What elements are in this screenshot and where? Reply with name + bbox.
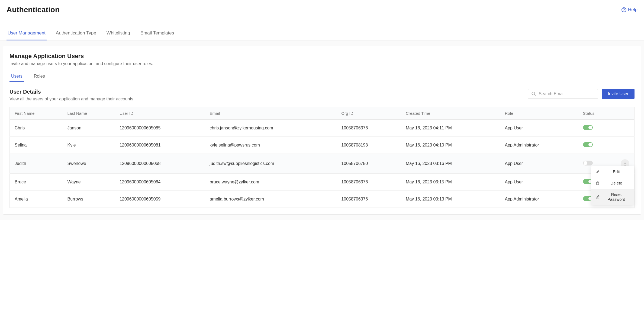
section-title: Manage Application Users bbox=[9, 53, 635, 60]
menu-item-delete[interactable]: Delete bbox=[591, 177, 634, 189]
cell-first-name: Chris bbox=[10, 120, 63, 137]
column-header-role: Role bbox=[500, 107, 578, 120]
cell-last-name: Burrows bbox=[62, 191, 115, 208]
help-icon: ? bbox=[622, 7, 626, 12]
cell-last-name: Wayne bbox=[62, 174, 115, 191]
cell-email: judith.sw@suppliesnlogistics.com bbox=[205, 154, 337, 174]
search-wrapper[interactable] bbox=[528, 89, 598, 99]
svg-point-0 bbox=[532, 92, 535, 95]
cell-last-name: Kyle bbox=[62, 137, 115, 154]
table-row: ChrisJanson12096000000605085chris.janson… bbox=[10, 120, 635, 137]
page-header: Authentication ? Help bbox=[0, 0, 644, 18]
details-section: User Details View all the users of your … bbox=[3, 82, 641, 101]
main-tab-user-management[interactable]: User Management bbox=[7, 27, 47, 40]
trash-icon bbox=[595, 181, 600, 185]
invite-user-button[interactable]: Invite User bbox=[602, 89, 635, 99]
sub-tab-roles[interactable]: Roles bbox=[32, 71, 47, 82]
row-actions-menu: EditDeleteReset Password bbox=[591, 166, 634, 205]
menu-item-reset-password[interactable]: Reset Password bbox=[591, 189, 634, 205]
menu-item-edit[interactable]: Edit bbox=[591, 166, 634, 177]
status-toggle[interactable] bbox=[583, 161, 593, 165]
users-table: First NameLast NameUser IDEmailOrg IDCre… bbox=[9, 107, 635, 208]
cell-role: App User bbox=[500, 174, 578, 191]
cell-first-name: Amelia bbox=[10, 191, 63, 208]
main-tab-email-templates[interactable]: Email Templates bbox=[139, 27, 175, 40]
column-header-email: Email bbox=[205, 107, 337, 120]
main-tab-whitelisting[interactable]: Whitelisting bbox=[105, 27, 131, 40]
section-subtitle: Invite and manage users to your applicat… bbox=[9, 61, 635, 66]
cell-role: App Administrator bbox=[500, 137, 578, 154]
help-link[interactable]: ? Help bbox=[622, 7, 637, 12]
table-row: BruceWayne12096000000605064bruce.wayne@z… bbox=[10, 174, 635, 191]
table-row: SelinaKyle12096000000605081kyle.selina@p… bbox=[10, 137, 635, 154]
menu-item-label: Delete bbox=[603, 181, 630, 186]
column-header-created-time: Created Time bbox=[401, 107, 500, 120]
cell-created-time: May 16, 2023 04:11 PM bbox=[401, 120, 500, 137]
cell-user-id: 12096000000605059 bbox=[115, 191, 205, 208]
cell-status bbox=[578, 137, 616, 154]
table-row: AmeliaBurrows12096000000605059amelia.bur… bbox=[10, 191, 635, 208]
column-header-status: Status bbox=[578, 107, 616, 120]
card: Manage Application Users Invite and mana… bbox=[3, 46, 641, 215]
svg-line-1 bbox=[534, 94, 536, 96]
cell-org-id: 10058706376 bbox=[336, 191, 401, 208]
cell-last-name: Janson bbox=[62, 120, 115, 137]
column-header-last-name: Last Name bbox=[62, 107, 115, 120]
details-subtitle: View all the users of your application a… bbox=[9, 97, 528, 101]
cell-user-id: 12096000000605068 bbox=[115, 154, 205, 174]
page-title: Authentication bbox=[7, 5, 60, 14]
cell-org-id: 10058706376 bbox=[336, 120, 401, 137]
cell-created-time: May 16, 2023 03:13 PM bbox=[401, 191, 500, 208]
cell-actions: EditDeleteReset Password bbox=[616, 154, 635, 174]
cell-user-id: 12096000000605064 bbox=[115, 174, 205, 191]
cell-created-time: May 16, 2023 04:10 PM bbox=[401, 137, 500, 154]
details-title: User Details bbox=[9, 89, 528, 95]
cell-email: amelia.burrows@zylker.com bbox=[205, 191, 337, 208]
svg-point-3 bbox=[624, 163, 625, 164]
status-toggle[interactable] bbox=[583, 125, 593, 130]
cell-last-name: Swerlowe bbox=[62, 154, 115, 174]
sub-tab-users[interactable]: Users bbox=[9, 71, 24, 82]
cell-first-name: Bruce bbox=[10, 174, 63, 191]
menu-item-label: Reset Password bbox=[603, 192, 630, 202]
cell-org-id: 10058706376 bbox=[336, 174, 401, 191]
table-head: First NameLast NameUser IDEmailOrg IDCre… bbox=[10, 107, 635, 120]
sub-tabs: UsersRoles bbox=[3, 71, 641, 82]
cell-created-time: May 16, 2023 03:16 PM bbox=[401, 154, 500, 174]
column-header-user-id: User ID bbox=[115, 107, 205, 120]
cell-role: App Administrator bbox=[500, 191, 578, 208]
help-label: Help bbox=[628, 7, 637, 12]
section-header: Manage Application Users Invite and mana… bbox=[3, 53, 641, 66]
details-left: User Details View all the users of your … bbox=[9, 89, 528, 101]
cell-role: App User bbox=[500, 154, 578, 174]
search-input[interactable] bbox=[539, 91, 595, 96]
cell-created-time: May 16, 2023 03:15 PM bbox=[401, 174, 500, 191]
column-header-org-id: Org ID bbox=[336, 107, 401, 120]
column-header-actions bbox=[616, 107, 635, 120]
table-body: ChrisJanson12096000000605085chris.janson… bbox=[10, 120, 635, 208]
cell-user-id: 12096000000605085 bbox=[115, 120, 205, 137]
cell-actions bbox=[616, 137, 635, 154]
table-row: JudithSwerlowe12096000000605068judith.sw… bbox=[10, 154, 635, 174]
cell-email: chris.janson@zylkerhousing.com bbox=[205, 120, 337, 137]
main-tabs: User ManagementAuthentication TypeWhitel… bbox=[0, 27, 644, 40]
search-icon bbox=[531, 91, 536, 96]
cell-email: bruce.wayne@zylker.com bbox=[205, 174, 337, 191]
cell-user-id: 12096000000605081 bbox=[115, 137, 205, 154]
cell-first-name: Judith bbox=[10, 154, 63, 174]
details-header: User Details View all the users of your … bbox=[9, 89, 635, 101]
content-container: Manage Application Users Invite and mana… bbox=[0, 40, 644, 220]
svg-point-2 bbox=[624, 161, 625, 162]
edit-icon bbox=[595, 170, 600, 174]
details-actions: Invite User bbox=[528, 89, 635, 99]
cell-org-id: 10058706750 bbox=[336, 154, 401, 174]
status-toggle[interactable] bbox=[583, 142, 593, 147]
cell-status bbox=[578, 120, 616, 137]
column-header-first-name: First Name bbox=[10, 107, 63, 120]
cell-actions bbox=[616, 120, 635, 137]
cell-email: kyle.selina@pawsrus.com bbox=[205, 137, 337, 154]
edit-underline-icon bbox=[595, 195, 600, 199]
cell-first-name: Selina bbox=[10, 137, 63, 154]
cell-role: App User bbox=[500, 120, 578, 137]
main-tab-authentication-type[interactable]: Authentication Type bbox=[55, 27, 97, 40]
